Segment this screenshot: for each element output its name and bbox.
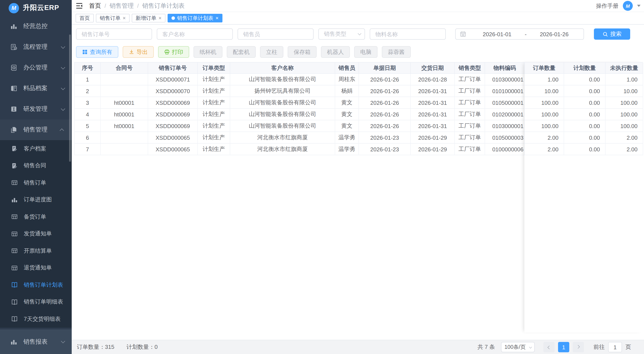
sidebar-subitem[interactable]: 订单进度图 [0,191,72,208]
category-button[interactable]: 电脑 [354,46,378,58]
category-button[interactable]: 蒜蓉酱 [382,46,411,58]
chevron-left-icon [548,346,551,349]
close-icon[interactable]: × [216,15,218,21]
sidebar-subitem[interactable]: 退货通知单 [0,259,72,276]
export-button[interactable]: 导出 [123,46,154,58]
manual-link[interactable]: 操作手册 [596,2,618,10]
sidebar-subitem[interactable]: 备货订单 [0,208,72,225]
date-to[interactable]: 2026-01-26 [529,31,579,37]
table-icon [11,265,18,271]
active-dot-icon [172,16,175,20]
goto-page-input[interactable] [608,342,622,352]
date-from[interactable]: 2026-01-01 [472,31,522,37]
cell-doc-date: 2026-01-26 [359,97,411,109]
sidebar-item[interactable]: 料品档案 [0,78,72,99]
cell-seq: 7 [75,144,101,155]
category-button[interactable]: 纸杯机 [194,46,222,58]
cell-unexecuted-qty: 100.00 [606,97,643,109]
category-button[interactable]: 机器人 [321,46,350,58]
material-input[interactable] [370,28,446,40]
sidebar-fold-icon[interactable] [76,2,83,9]
table-row-fixed[interactable]: 2.00 0.00 2.00 [524,144,643,155]
cell-salesman: 温学勇 [335,144,359,155]
cell-doc-date: 2026-01-26 [359,74,411,85]
sidebar-item-sales-report[interactable]: 销售报表 [0,330,72,354]
category-button[interactable]: 立柱 [260,46,283,58]
search-button[interactable]: 搜索 [594,28,630,40]
table-row-fixed[interactable]: 10.00 0.00 10.00 [524,85,643,97]
sidebar-subitem[interactable]: 销售订单计划表 [0,276,72,293]
tab-new-order[interactable]: 新增订单 × [132,14,166,22]
cell-plan-qty: 0.00 [564,120,606,132]
table-row-fixed[interactable]: 100.00 0.00 100.00 [524,109,643,120]
salesman-input[interactable] [238,28,314,40]
sidebar-scrollbar[interactable] [69,34,71,162]
cell-customer: 河北衡水市红旗商厦 [230,144,335,155]
sale-type-select[interactable]: 销售类型 [318,28,365,40]
sidebar-item[interactable]: 流程管理 [0,37,72,57]
close-icon[interactable]: × [123,15,126,21]
logo-icon: M [9,3,19,13]
tab-order-plan[interactable]: 销售订单计划表 × [168,14,222,22]
cell-sale-type: 工厂订单 [455,109,485,120]
date-range-picker[interactable]: 2026-01-01 - 2026-01-26 [455,28,584,40]
fixed-columns-panel: 订单数量 计划数量 未执行数量 1.00 0.00 1.00 10.00 0.0… [524,62,643,333]
sidebar-subitem[interactable]: 销售订单明细表 [0,293,72,311]
sidebar-item[interactable]: 经营总控 [0,16,72,37]
rd-icon [10,105,18,113]
sidebar-item[interactable]: 销售管理 [0,119,72,140]
user-avatar[interactable]: M [623,1,633,11]
table-row-fixed[interactable]: 100.00 0.00 100.00 [524,120,643,132]
cell-seq: 1 [75,74,101,85]
app-window: M 升阳云ERP 经营总控 流程管理 办公管理 料品档案 [0,0,644,354]
goto-suffix: 页 [626,343,631,351]
close-icon[interactable]: × [158,15,162,21]
bar-chart-icon [10,23,18,30]
next-page-button[interactable] [573,342,584,352]
caret-down-icon[interactable] [637,5,640,7]
print-button[interactable]: 打印 [158,46,189,58]
cell-salesman: 周桂东 [335,74,359,85]
sidebar-item[interactable]: 研发管理 [0,99,72,119]
cell-order-type: 计划生产 [198,74,230,85]
date-separator: - [522,31,529,37]
sidebar-item[interactable]: 办公管理 [0,57,72,78]
category-button[interactable]: 保存箱 [288,46,316,58]
chevron-down-icon [358,32,361,35]
table-icon [11,247,18,254]
cell-material-code: 0100000006 [485,144,525,155]
cell-material-code: 0103000001 [485,120,525,132]
prev-page-button[interactable] [543,342,554,352]
cell-plan-qty: 0.00 [564,85,606,97]
category-button[interactable]: 配套机 [227,46,256,58]
current-page-button[interactable]: 1 [558,342,569,352]
sidebar-subitem[interactable]: 发货通知单 [0,225,72,242]
page-size-select[interactable]: 100条/页 [501,342,535,352]
table-row-fixed[interactable]: 2.00 0.00 2.00 [524,132,643,144]
table-row-fixed[interactable]: 100.00 0.00 100.00 [524,97,643,109]
order-no-input[interactable] [76,28,152,40]
breadcrumb-sales-mgmt[interactable]: 销售管理 [110,2,134,10]
sidebar-subitem[interactable]: 7天交货明细表 [0,311,72,328]
cell-seq: 6 [75,132,101,144]
cell-order-no: XSDD000071 [148,74,198,85]
extra-buttons: 纸杯机 配套机 立柱 保存箱 机器人 电脑 蒜蓉酱 [194,46,411,58]
sidebar-subitem[interactable]: 销售订单 [0,174,72,191]
cell-plan-qty: 0.00 [564,109,606,120]
fixed-body: 1.00 0.00 1.00 10.00 0.00 10.00 100.00 0… [524,74,643,155]
cell-customer: 山河智能装备股份有限公司 [230,74,335,85]
query-all-button[interactable]: 查询所有 [76,46,118,58]
sidebar-subitem[interactable]: 开票结算单 [0,242,72,259]
table-row-fixed[interactable]: 1.00 0.00 1.00 [524,74,643,85]
tab-sales-order[interactable]: 销售订单 × [96,14,130,22]
sidebar-subitem[interactable]: 销售合同 [0,157,72,174]
cell-material-code: 0102000001 [485,109,525,120]
customer-input[interactable] [157,28,233,40]
sidebar-subitem[interactable]: 客户档案 [0,140,72,157]
process-doc-icon [10,43,18,51]
breadcrumb-home[interactable]: 首页 [89,2,101,10]
cell-delivery-date: 2026-01-31 [411,85,455,97]
doc-edit-icon [11,162,18,169]
cell-contract-no [101,144,148,155]
tab-home[interactable]: 首页 [76,14,94,22]
